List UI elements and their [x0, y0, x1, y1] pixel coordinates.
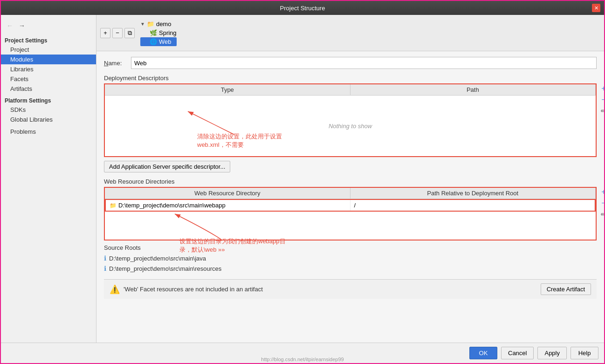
name-input[interactable] — [131, 57, 597, 69]
tree-root-label: demo — [156, 21, 172, 27]
deployment-remove-button[interactable]: − — [598, 95, 604, 105]
right-content: Name: Deployment Descriptors Type Path N… — [96, 51, 604, 343]
sidebar-item-global-libraries[interactable]: Global Libraries — [1, 115, 96, 124]
source-root-resources-path: D:\temp_project\demo\src\main\resources — [109, 265, 221, 272]
web-resource-row[interactable]: 📁 D:\temp_project\demo\src\main\webapp / — [105, 199, 596, 212]
spring-icon: 🌿 — [150, 29, 157, 36]
web-resource-wrapper: Web Resource Directory Path Relative to … — [104, 187, 597, 240]
path-column-header: Path — [351, 84, 596, 95]
folder-icon: 📁 — [147, 21, 154, 27]
web-res-side-buttons: + − ✏ — [598, 187, 604, 220]
source-resources-icon: ℹ — [104, 265, 106, 272]
tree-web-label: Web — [159, 38, 172, 45]
tree-root-row[interactable]: ▼ 📁 demo — [140, 20, 177, 28]
sidebar-toolbar: ← → — [1, 19, 96, 33]
project-structure-window: Project Structure ✕ ← → Project Settings… — [0, 0, 605, 364]
web-res-dir-cell: 📁 D:\temp_project\demo\src\main\webapp — [106, 200, 351, 211]
web-resource-empty-area: 设置这边的目录为我们创建的webapp目录，默认\web »» — [105, 212, 596, 240]
bottom-bar: OK Cancel Apply Help — [1, 343, 604, 363]
type-column-header: Type — [105, 84, 351, 95]
tree-arrow-icon: ▼ — [140, 21, 145, 27]
deployment-edit-button[interactable]: ✏ — [598, 106, 604, 116]
sidebar-item-modules[interactable]: Modules — [1, 55, 96, 64]
sidebar-item-project[interactable]: Project — [1, 45, 96, 55]
name-label: Name: — [104, 60, 127, 67]
forward-button[interactable]: → — [17, 21, 27, 31]
sidebar-item-facets[interactable]: Facets — [1, 74, 96, 84]
project-settings-label: Project Settings — [1, 35, 96, 45]
web-res-add-button[interactable]: + — [598, 187, 604, 197]
web-resource-table-header: Web Resource Directory Path Relative to … — [105, 188, 596, 199]
web-res-path-cell: / — [351, 200, 595, 211]
deployment-table-header: Type Path — [105, 84, 596, 96]
tree-spring-label: Spring — [159, 29, 177, 36]
web-icon: 🌐 — [150, 38, 157, 45]
source-roots-label: Source Roots — [104, 244, 597, 251]
source-roots-section: Source Roots ℹ D:\temp_project\demo\src\… — [104, 244, 597, 274]
source-root-resources: ℹ D:\temp_project\demo\src\main\resource… — [104, 263, 597, 274]
web-res-remove-button[interactable]: − — [598, 198, 604, 208]
ok-button[interactable]: OK — [469, 347, 497, 359]
remove-module-button[interactable]: − — [112, 28, 123, 38]
warning-icon: ⚠️ — [110, 284, 120, 295]
warning-text: 'Web' Facet resources are not included i… — [124, 286, 263, 293]
cancel-button[interactable]: Cancel — [501, 347, 534, 359]
deployment-table-body: Nothing to show — [105, 96, 596, 156]
sidebar-item-problems[interactable]: Problems — [1, 124, 96, 136]
main-panel: + − ⧉ ▼ 📁 demo 🌿 Spring 🌐 — [96, 15, 604, 343]
nothing-to-show-label: Nothing to show — [329, 123, 372, 130]
deployment-add-button[interactable]: + — [598, 83, 604, 94]
help-button[interactable]: Help — [571, 347, 598, 359]
platform-settings-label: Platform Settings — [1, 94, 96, 105]
sidebar-item-sdks[interactable]: SDKs — [1, 105, 96, 115]
web-resource-section-title: Web Resource Directories — [104, 178, 597, 185]
main-toolbar: + − ⧉ ▼ 📁 demo 🌿 Spring 🌐 — [96, 15, 604, 51]
module-tree: ▼ 📁 demo 🌿 Spring 🌐 Web — [137, 18, 180, 48]
back-button[interactable]: ← — [5, 21, 15, 31]
folder-small-icon: 📁 — [110, 202, 117, 209]
title-bar: Project Structure ✕ — [1, 1, 604, 15]
deployment-section-title: Deployment Descriptors — [104, 75, 597, 82]
sidebar: ← → Project Settings Project Modules Lib… — [1, 15, 96, 343]
name-field-row: Name: — [104, 57, 597, 69]
copy-module-button[interactable]: ⧉ — [124, 28, 135, 38]
web-res-col1-header: Web Resource Directory — [105, 188, 351, 199]
sidebar-item-artifacts[interactable]: Artifacts — [1, 84, 96, 94]
window-title: Project Structure — [280, 5, 325, 12]
web-res-dir-value: D:\temp_project\demo\src\main\webapp — [118, 202, 226, 209]
web-res-col2-header: Path Relative to Deployment Root — [351, 188, 596, 199]
tree-spring-row[interactable]: 🌿 Spring — [140, 28, 177, 37]
add-module-button[interactable]: + — [100, 28, 110, 38]
apply-button[interactable]: Apply — [537, 347, 567, 359]
create-artifact-button[interactable]: Create Artifact — [541, 283, 591, 295]
source-root-java-path: D:\temp_project\demo\src\main\java — [109, 255, 206, 262]
deployment-table: Type Path Nothing to show — [104, 83, 597, 157]
warning-bar: ⚠️ 'Web' Facet resources are not include… — [104, 279, 597, 299]
deployment-side-buttons: + − ✏ — [598, 83, 604, 116]
sidebar-item-libraries[interactable]: Libraries — [1, 64, 96, 74]
warning-left: ⚠️ 'Web' Facet resources are not include… — [110, 284, 263, 295]
add-server-descriptor-button[interactable]: Add Application Server specific descript… — [104, 161, 230, 172]
close-button[interactable]: ✕ — [592, 4, 600, 12]
content-area: ← → Project Settings Project Modules Lib… — [1, 15, 604, 343]
deployment-wrapper: Type Path Nothing to show + − ✏ — [104, 83, 597, 157]
source-java-icon: ℹ — [104, 254, 106, 262]
web-resource-table: Web Resource Directory Path Relative to … — [104, 187, 597, 240]
tree-web-row[interactable]: 🌐 Web — [140, 37, 177, 46]
source-root-java: ℹ D:\temp_project\demo\src\main\java — [104, 253, 597, 263]
window-controls: ✕ — [592, 4, 600, 12]
web-res-edit-button[interactable]: ✏ — [598, 209, 604, 220]
